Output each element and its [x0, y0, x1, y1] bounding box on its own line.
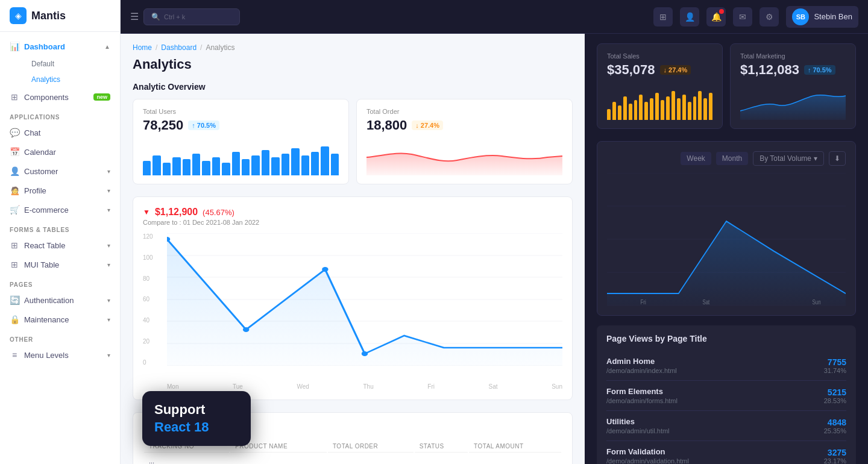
x-tue: Tue — [233, 383, 243, 390]
svg-point-7 — [167, 237, 170, 242]
search-icon: 🔍 — [151, 13, 160, 21]
total-users-badge: ↑ 70.5% — [188, 121, 219, 130]
stat-cards: Total Users 78,250 ↑ 70.5% — [133, 99, 573, 184]
total-order-card: Total Order 18,800 ↓ 27.4% — [356, 99, 573, 184]
pv-title-3: Utilities — [606, 417, 670, 426]
income-value-row: ▼ $1,12,900 (45.67%) — [143, 207, 259, 218]
download-btn[interactable]: ⬇ — [829, 151, 846, 166]
sidebar-item-customer[interactable]: 👤 Customer ▾ — [0, 161, 120, 181]
maintenance-icon: 🔒 — [10, 315, 19, 324]
pv-item-form-elements: Form Elements /demo/admin/forms.html 521… — [606, 381, 846, 411]
breadcrumb-sep2: / — [200, 43, 202, 52]
content-right: Total Sales $35,078 ↓ 27.4% — [585, 34, 868, 464]
sidebar-item-auth-label: Authentication — [24, 296, 74, 305]
gold-bar-20 — [709, 93, 712, 120]
pv-title-1: Admin Home — [606, 357, 677, 366]
sidebar-item-components-label: Components — [24, 93, 69, 102]
bar-7 — [202, 161, 210, 175]
bar-4 — [172, 157, 180, 175]
tracking-1: ... — [144, 454, 229, 464]
week-btn[interactable]: Week — [681, 152, 711, 165]
new-badge: new — [93, 93, 110, 101]
pv-pct-1: 31.74% — [824, 367, 846, 374]
hamburger-icon[interactable]: ☰ — [130, 11, 139, 22]
dark-income-chart: Fri Sat Sun — [607, 173, 846, 306]
breadcrumb-home[interactable]: Home — [133, 43, 152, 52]
gold-bar-3 — [618, 105, 621, 120]
gold-bar-1 — [607, 109, 611, 120]
sidebar-item-analytics[interactable]: Analytics — [22, 72, 120, 87]
sidebar-item-menu-levels-label: Menu Levels — [24, 351, 69, 360]
volume-btn[interactable]: By Total Volume ▾ — [753, 151, 824, 166]
marketing-up-arrow: ↑ — [808, 66, 811, 74]
sidebar-item-dashboard[interactable]: 📊 Dashboard ▲ — [0, 37, 120, 56]
messages-icon-btn[interactable]: ✉ — [733, 7, 752, 27]
auth-icon: 🔄 — [10, 295, 19, 305]
down-arrow-icon: ↓ — [415, 122, 419, 129]
sidebar-item-components[interactable]: ⊞ Components new — [0, 87, 120, 107]
total-users-card: Total Users 78,250 ↑ 70.5% — [133, 99, 349, 184]
total-order-badge: ↓ 27.4% — [412, 121, 443, 130]
user-profile-btn[interactable]: SB Stebin Ben — [786, 6, 858, 28]
y-100: 100 — [143, 254, 153, 261]
sidebar-item-authentication[interactable]: 🔄 Authentication ▾ — [0, 290, 120, 310]
topbar-search[interactable]: 🔍 Ctrl + k — [143, 8, 240, 25]
svg-text:Sun: Sun — [813, 299, 821, 306]
table-row: ... — [144, 454, 561, 464]
bar-13 — [262, 150, 269, 175]
avatar: SB — [792, 8, 809, 25]
sidebar-item-react-table[interactable]: ⊞ React Table ▾ — [0, 236, 120, 255]
bar-12 — [251, 155, 259, 175]
sidebar-item-chat-label: Chat — [24, 128, 40, 137]
gold-bar-9 — [650, 98, 653, 120]
total-sales-value: $35,078 — [607, 62, 655, 78]
settings-icon-btn[interactable]: ⚙ — [760, 7, 779, 27]
sidebar-item-ecommerce[interactable]: 🛒 E-commerce ▾ — [0, 200, 120, 219]
gold-bar-10 — [655, 93, 659, 120]
bar-17 — [301, 155, 309, 175]
sidebar-item-mui-table[interactable]: ⊞ MUI Table ▾ — [0, 255, 120, 274]
chevron-down-icon8: ▾ — [107, 352, 110, 359]
pv-item-admin-home: Admin Home /demo/admin/index.html 7755 3… — [606, 351, 846, 381]
income-overview-section: ▼ $1,12,900 (45.67%) Compare to : 01 Dec… — [133, 196, 573, 400]
total-marketing-card: Total Marketing $1,12,083 ↑ 70.5% — [730, 43, 856, 129]
sidebar-item-dashboard-label: Dashboard — [24, 42, 65, 51]
sidebar-item-chat[interactable]: 💬 Chat — [0, 123, 120, 142]
sidebar-item-default[interactable]: Default — [22, 56, 120, 72]
pages-section-label: Pages — [0, 274, 120, 290]
support-react18-popup: Support React 18 — [142, 391, 251, 446]
sidebar-item-ecommerce-label: E-commerce — [24, 205, 69, 215]
mui-table-icon: ⊞ — [10, 260, 19, 269]
gold-bar-14 — [677, 98, 681, 120]
sidebar-item-menu-levels[interactable]: ≡ Menu Levels ▾ — [0, 345, 120, 365]
x-sat: Sat — [489, 383, 498, 390]
sidebar-item-profile-label: Profile — [24, 186, 46, 195]
breadcrumb-dashboard[interactable]: Dashboard — [161, 43, 197, 52]
svg-text:Fri: Fri — [640, 299, 646, 306]
ecommerce-icon: 🛒 — [10, 205, 19, 215]
sidebar-item-calendar[interactable]: 📅 Calendar — [0, 142, 120, 161]
bar-5 — [183, 159, 190, 175]
user-switch-icon-btn[interactable]: 👤 — [680, 7, 699, 27]
y-60: 60 — [143, 296, 153, 303]
chevron-down-icon7: ▾ — [107, 316, 110, 323]
pv-pct-3: 25.35% — [824, 427, 846, 434]
breadcrumb-sep1: / — [156, 43, 157, 52]
gold-bar-2 — [612, 102, 616, 120]
components-icon: ⊞ — [10, 92, 19, 102]
sidebar-item-maintenance[interactable]: 🔒 Maintenance ▾ — [0, 310, 120, 329]
sales-down-arrow: ↓ — [664, 66, 667, 74]
apps-icon-btn[interactable]: ⊞ — [653, 7, 673, 27]
sidebar-item-profile[interactable]: 🙍 Profile ▾ — [0, 181, 120, 200]
total-order-value-row: 18,800 ↓ 27.4% — [366, 118, 562, 133]
pv-title-4: Form Validation — [606, 447, 689, 456]
dashboard-icon: 📊 — [10, 42, 19, 51]
month-btn[interactable]: Month — [716, 152, 748, 165]
notifications-icon-btn[interactable]: 🔔 — [706, 7, 726, 27]
notification-badge — [719, 9, 724, 14]
pv-title-2: Form Elements — [606, 387, 678, 396]
bar-10 — [232, 152, 240, 175]
gold-bar-12 — [666, 96, 670, 120]
total-sales-value-row: $35,078 ↓ 27.4% — [607, 62, 712, 78]
total-sales-badge: ↓ 27.4% — [660, 65, 691, 75]
